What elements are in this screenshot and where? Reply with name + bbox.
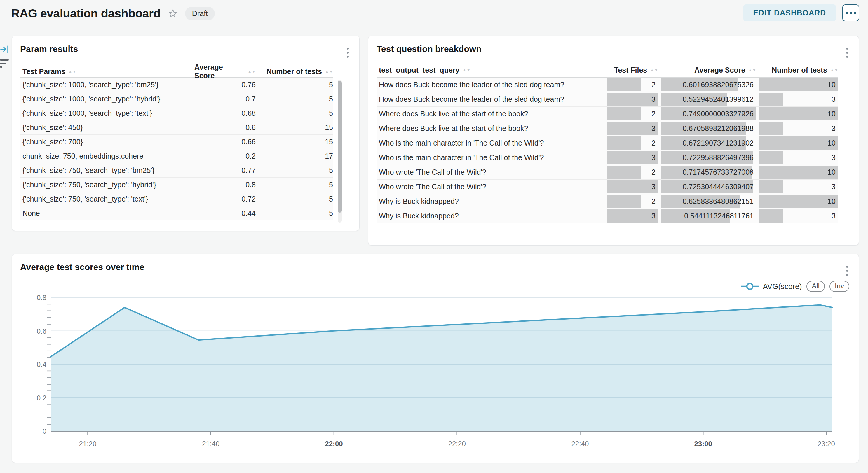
favorite-star-icon[interactable] xyxy=(168,9,178,18)
cell-number-of-tests: 5 xyxy=(256,95,333,103)
svg-text:23:00: 23:00 xyxy=(694,440,712,448)
cell-number-of-tests: 17 xyxy=(256,152,333,160)
table-row: {'chunk_size': 1000, 'search_type': 'hyb… xyxy=(20,92,333,106)
data-bar xyxy=(759,209,783,223)
table-scrollbar-track xyxy=(338,79,342,223)
cell-test-params: None xyxy=(20,209,194,217)
cell-test-params: {'chunk_size': 750, 'search_type': 'text… xyxy=(20,195,194,203)
column-header-number-of-tests[interactable]: Number of tests▲▼ xyxy=(256,67,333,76)
cell-number-of-tests: 3 xyxy=(759,209,838,223)
cell-test-params: {'chunk_size': 1000, 'search_type': 'hyb… xyxy=(20,95,194,103)
table-header-row: Test Params▲▼ Average Score▲▼ Number of … xyxy=(20,63,333,77)
svg-text:22:00: 22:00 xyxy=(325,440,343,448)
cell-test-query: Where does Buck live at the start of the… xyxy=(376,110,605,118)
table-row: {'chunk_size': 1000, 'search_type': 'bm2… xyxy=(20,77,333,92)
table-row: {'chunk_size': 750, 'search_type': 'text… xyxy=(20,192,333,206)
data-bar xyxy=(759,78,838,91)
cell-test-params: {'chunk_size': 450} xyxy=(20,123,194,132)
cell-number-of-tests: 3 xyxy=(759,92,838,106)
collapse-panel-icon[interactable] xyxy=(0,44,10,56)
cell-number-of-tests: 15 xyxy=(256,123,333,132)
cell-test-query: Who is the main character in 'The Call o… xyxy=(376,139,605,147)
svg-text:0.4: 0.4 xyxy=(37,361,46,368)
data-bar xyxy=(608,180,658,193)
table-row: {'chunk_size': 750, 'search_type': 'bm25… xyxy=(20,163,333,178)
cell-average-score: 0.44 xyxy=(194,209,256,217)
cell-average-score: 0.7490000003327926 xyxy=(661,107,756,121)
column-header-average-score[interactable]: Average Score▲▼ xyxy=(661,66,756,74)
cell-average-score: 0.72 xyxy=(194,195,256,203)
cell-average-score: 0.5441113246811761 xyxy=(661,209,756,223)
cell-number-of-tests: 3 xyxy=(759,150,838,165)
cell-average-score: 0.6016938820675326 xyxy=(661,77,756,92)
data-bar xyxy=(759,93,783,106)
column-header-test-params[interactable]: Test Params▲▼ xyxy=(20,67,194,76)
cell-test-files: 3 xyxy=(608,180,658,194)
column-header-average-score[interactable]: Average Score▲▼ xyxy=(194,63,256,80)
svg-text:0.2: 0.2 xyxy=(37,394,46,402)
card-title: Test question breakdown xyxy=(376,44,482,54)
cell-number-of-tests: 5 xyxy=(256,209,333,217)
cell-test-params: {'chunk_size': 700} xyxy=(20,138,194,146)
cell-test-query: Why is Buck kidnapped? xyxy=(376,212,605,220)
sort-icon: ▲▼ xyxy=(68,70,76,73)
edit-dashboard-button[interactable]: EDIT DASHBOARD xyxy=(743,4,836,21)
cell-test-params: {'chunk_size': 1000, 'search_type': 'bm2… xyxy=(20,80,194,89)
data-bar xyxy=(608,151,658,164)
cell-test-params: {'chunk_size': 750, 'search_type': 'bm25… xyxy=(20,166,194,175)
column-header-test-files[interactable]: Test Files▲▼ xyxy=(608,66,658,74)
cell-test-files: 2 xyxy=(608,77,658,92)
page-title: RAG evaluation dashboard xyxy=(11,7,160,21)
test-breakdown-table: test_output_test_query▲▼ Test Files▲▼ Av… xyxy=(376,63,851,224)
dashboard-page: { "header": { "title": "RAG evaluation d… xyxy=(0,0,868,473)
cell-average-score: 0.7 xyxy=(194,95,256,103)
cell-test-query: Why is Buck kidnapped? xyxy=(376,197,605,206)
table-body: How does Buck become the leader of the s… xyxy=(376,77,838,224)
sort-icon: ▲▼ xyxy=(650,69,658,72)
more-options-button[interactable] xyxy=(842,4,859,21)
svg-text:23:20: 23:20 xyxy=(817,440,835,448)
cell-average-score: 0.2 xyxy=(194,152,256,160)
svg-text:22:40: 22:40 xyxy=(571,440,589,448)
data-bar xyxy=(608,136,641,149)
table-header-row: test_output_test_query▲▼ Test Files▲▼ Av… xyxy=(376,63,838,77)
cell-test-files: 2 xyxy=(608,194,658,208)
table-row: {'chunk_size': 1000, 'search_type': 'tex… xyxy=(20,106,333,121)
card-menu-kebab-icon[interactable] xyxy=(845,46,849,59)
data-bar xyxy=(759,180,783,193)
svg-text:22:20: 22:20 xyxy=(448,440,466,448)
cell-average-score: 0.68 xyxy=(194,109,256,117)
data-bar xyxy=(608,122,658,135)
cell-test-files: 3 xyxy=(608,121,658,136)
data-bar xyxy=(608,107,641,121)
cell-number-of-tests: 15 xyxy=(256,138,333,146)
svg-text:0: 0 xyxy=(42,427,46,435)
table-row: Where does Buck live at the start of the… xyxy=(376,121,838,136)
table-scrollbar-thumb[interactable] xyxy=(338,81,342,212)
cell-average-score: 0.7174576733727008 xyxy=(661,165,756,179)
cell-average-score: 0.8 xyxy=(194,180,256,189)
svg-text:21:40: 21:40 xyxy=(202,440,219,448)
cell-number-of-tests: 5 xyxy=(256,180,333,189)
cell-average-score: 0.66 xyxy=(194,138,256,146)
svg-text:0.6: 0.6 xyxy=(37,327,46,335)
data-bar xyxy=(608,78,641,91)
cell-average-score: 0.7253044446309407 xyxy=(661,180,756,194)
data-bar xyxy=(759,195,838,208)
column-header-number-of-tests[interactable]: Number of tests▲▼ xyxy=(759,66,838,74)
cell-test-query: Who wrote 'The Call of the Wild'? xyxy=(376,182,605,191)
cell-average-score: 0.6 xyxy=(194,123,256,132)
table-row: Who is the main character in 'The Call o… xyxy=(376,150,838,165)
sort-icon: ▲▼ xyxy=(462,69,470,72)
cell-test-params: chunk_size: 750, embeddings:cohere xyxy=(20,152,194,160)
table-row: {'chunk_size': 450}0.615 xyxy=(20,121,333,135)
table-row: Why is Buck kidnapped?30.544111324681176… xyxy=(376,209,838,224)
cell-number-of-tests: 10 xyxy=(759,194,838,208)
column-header-test-query[interactable]: test_output_test_query▲▼ xyxy=(376,66,605,74)
data-bar xyxy=(608,195,641,208)
avg-score-area-chart[interactable]: 00.20.40.60.821:2021:4022:0022:2022:4023… xyxy=(12,254,859,463)
card-menu-kebab-icon[interactable] xyxy=(346,46,350,59)
svg-text:0.8: 0.8 xyxy=(37,294,46,302)
filter-icon[interactable] xyxy=(0,59,9,68)
table-row: {'chunk_size': 700}0.6615 xyxy=(20,135,333,149)
